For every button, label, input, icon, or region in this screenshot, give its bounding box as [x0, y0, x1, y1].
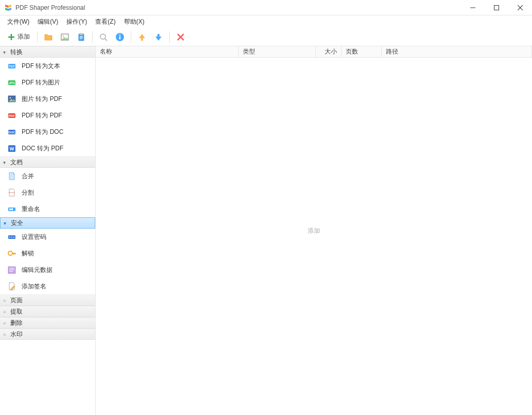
- svg-point-39: [13, 237, 14, 238]
- svg-rect-1: [494, 5, 499, 10]
- split-icon: [7, 188, 16, 197]
- clipboard-icon: [77, 32, 86, 42]
- sidebar-item-edit-metadata[interactable]: 编辑元数据: [0, 262, 95, 278]
- info-button[interactable]: [113, 30, 127, 44]
- group-label: 提取: [10, 307, 23, 316]
- sidebar-item-label: 图片 转为 PDF: [22, 95, 62, 103]
- menu-action[interactable]: 操作(Y): [62, 16, 91, 27]
- sidebar-item-pdf-to-pdf[interactable]: PDF PDF 转为 PDF: [0, 107, 95, 124]
- group-label: 安全: [11, 219, 23, 228]
- svg-rect-34: [9, 209, 12, 210]
- sidebar-item-split[interactable]: 分割: [0, 184, 95, 201]
- group-label: 转换: [10, 48, 23, 57]
- sidebar-item-label: PDF 转为 PDF: [22, 111, 62, 120]
- add-button[interactable]: 添加: [4, 30, 33, 43]
- add-folder-button[interactable]: [42, 30, 55, 44]
- move-up-button[interactable]: [135, 30, 149, 44]
- sidebar-item-merge[interactable]: 合并: [0, 168, 95, 184]
- merge-icon: [7, 171, 16, 181]
- svg-rect-9: [80, 33, 83, 34]
- col-path[interactable]: 路径: [382, 46, 532, 57]
- toolbar-separator: [131, 31, 131, 43]
- group-delete[interactable]: » 删除: [0, 317, 95, 328]
- sidebar-item-label: PDF 转为 DOC: [22, 128, 63, 136]
- col-pages[interactable]: 页数: [342, 46, 382, 57]
- rename-icon: [7, 204, 16, 214]
- sidebar-item-doc-to-pdf[interactable]: W DOC 转为 PDF: [0, 140, 95, 157]
- sidebar-item-label: 解锁: [22, 249, 34, 258]
- toolbar-separator: [92, 31, 93, 43]
- sidebar-item-pdf-to-text[interactable]: TXT PDF 转为文本: [0, 58, 95, 74]
- sidebar-item-set-password[interactable]: 设置密码: [0, 229, 95, 245]
- close-button[interactable]: [508, 0, 532, 15]
- paste-button[interactable]: [75, 30, 88, 44]
- sidebar-item-image-to-pdf[interactable]: 图片 转为 PDF: [0, 91, 95, 107]
- svg-text:TXT: TXT: [9, 65, 15, 68]
- group-document[interactable]: ▾ 文档: [0, 157, 95, 168]
- col-name[interactable]: 名称: [96, 46, 239, 57]
- menu-view[interactable]: 查看(Z): [91, 16, 119, 27]
- col-label: 类型: [243, 47, 255, 56]
- group-label: 删除: [10, 319, 23, 327]
- sidebar-item-label: DOC 转为 PDF: [22, 144, 63, 153]
- menu-edit[interactable]: 编辑(V): [33, 16, 62, 27]
- chevron-down-icon: ▾: [3, 49, 8, 55]
- chevron-right-icon: »: [3, 332, 8, 337]
- app-icon: [4, 4, 12, 12]
- sidebar-item-label: 添加签名: [22, 282, 46, 291]
- sidebar-item-label: 分割: [22, 188, 34, 197]
- title-bar: PDF Shaper Professional: [0, 0, 532, 15]
- group-security[interactable]: ▾ 安全: [0, 217, 95, 229]
- sidebar-item-label: PDF 转为图片: [22, 78, 60, 87]
- sidebar-item-add-signature[interactable]: 添加签名: [0, 278, 95, 295]
- sidebar-item-label: 重命名: [22, 205, 40, 214]
- sidebar-item-pdf-to-doc[interactable]: DOC PDF 转为 DOC: [0, 124, 95, 140]
- move-down-button[interactable]: [152, 30, 165, 44]
- menu-help[interactable]: 帮助(X): [120, 16, 149, 27]
- signature-icon: [7, 282, 16, 291]
- group-page[interactable]: » 页面: [0, 295, 95, 306]
- chevron-down-icon: ▾: [4, 220, 9, 226]
- sidebar-item-label: 合并: [22, 172, 34, 181]
- svg-line-14: [105, 39, 107, 41]
- empty-hint: 添加: [308, 227, 320, 235]
- minimize-button[interactable]: [461, 0, 485, 15]
- sidebar-item-rename[interactable]: 重命名: [0, 201, 95, 217]
- svg-text:PDF: PDF: [9, 114, 15, 117]
- menu-file[interactable]: 文件(W): [3, 16, 33, 27]
- arrow-up-icon: [137, 32, 147, 42]
- chevron-right-icon: »: [3, 309, 8, 315]
- metadata-icon: [7, 265, 16, 274]
- col-label: 路径: [386, 47, 398, 56]
- add-label: 添加: [17, 32, 30, 41]
- group-label: 文档: [10, 158, 23, 167]
- chevron-right-icon: »: [3, 320, 8, 326]
- sidebar: ▾ 转换 TXT PDF 转为文本 JPG PDF 转为图片 图片 转为 PDF…: [0, 46, 96, 415]
- svg-point-7: [63, 35, 64, 37]
- svg-point-13: [100, 34, 105, 39]
- file-list-area[interactable]: 名称 类型 大小 页数 路径 添加: [96, 46, 532, 415]
- delete-button[interactable]: [174, 30, 187, 44]
- svg-point-38: [11, 237, 12, 238]
- doc-icon: DOC: [7, 127, 16, 136]
- jpg-icon: JPG: [7, 78, 16, 87]
- group-convert[interactable]: ▾ 转换: [0, 46, 95, 58]
- search-button[interactable]: [97, 30, 110, 44]
- txt-icon: TXT: [7, 61, 16, 71]
- add-image-button[interactable]: [58, 30, 72, 44]
- group-watermark[interactable]: » 水印: [0, 328, 95, 340]
- plus-icon: [7, 33, 15, 41]
- group-label: 页面: [10, 296, 23, 305]
- col-label: 名称: [100, 47, 112, 56]
- col-size[interactable]: 大小: [316, 46, 342, 57]
- arrow-down-icon: [154, 32, 163, 42]
- menu-bar: 文件(W) 编辑(V) 操作(Y) 查看(Z) 帮助(X): [0, 15, 532, 28]
- svg-rect-17: [119, 36, 120, 39]
- sidebar-item-pdf-to-image[interactable]: JPG PDF 转为图片: [0, 74, 95, 91]
- col-type[interactable]: 类型: [239, 46, 316, 57]
- sidebar-item-unlock[interactable]: 解锁: [0, 245, 95, 262]
- x-icon: [176, 33, 185, 41]
- maximize-button[interactable]: [485, 0, 508, 15]
- group-extract[interactable]: » 提取: [0, 306, 95, 317]
- image-icon: [60, 32, 69, 42]
